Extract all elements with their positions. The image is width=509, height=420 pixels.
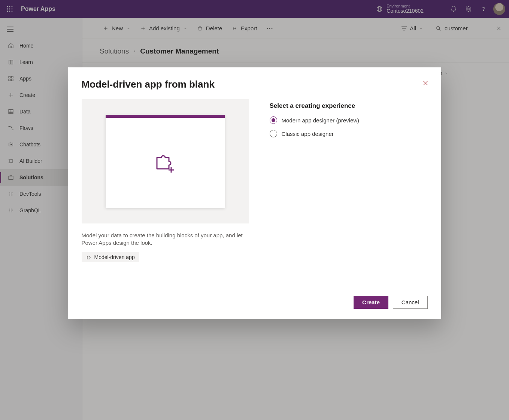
options-heading: Select a creating experience (270, 102, 360, 110)
dialog-title: Model-driven app from blank (82, 79, 428, 90)
radio-icon (270, 130, 277, 137)
puzzle-plus-icon (153, 152, 177, 173)
radio-classic-designer[interactable]: Classic app designer (270, 130, 360, 137)
puzzle-icon (86, 255, 91, 260)
close-dialog-button[interactable] (419, 77, 431, 89)
create-app-dialog: Model-driven app from blank (68, 67, 441, 319)
app-type-tag: Model-driven app (82, 252, 139, 262)
radio-modern-designer[interactable]: Modern app designer (preview) (270, 116, 360, 124)
modal-scrim: Model-driven app from blank (0, 0, 509, 420)
radio-label: Classic app designer (282, 131, 334, 137)
cancel-button[interactable]: Cancel (393, 296, 428, 309)
tag-label: Model-driven app (94, 254, 135, 260)
dialog-description: Model your data to create the building b… (82, 232, 249, 247)
preview-thumbnail (82, 99, 249, 223)
radio-icon (270, 116, 277, 124)
radio-label: Modern app designer (preview) (282, 117, 360, 124)
create-button[interactable]: Create (354, 296, 388, 309)
